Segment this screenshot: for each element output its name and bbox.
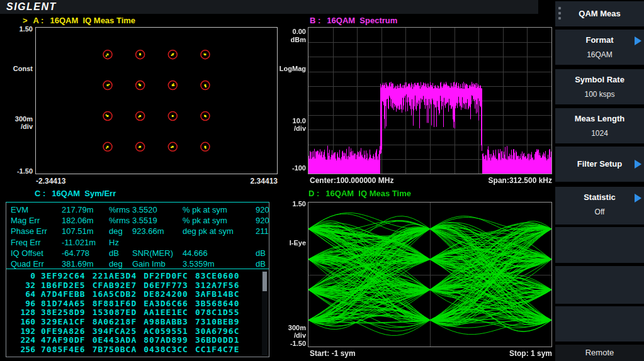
constellation-plot[interactable] <box>35 27 278 174</box>
hex-row: 9681D74A658F881F6DEA3D6C663B568640 <box>10 299 258 309</box>
sidebar-item-format[interactable]: Format16QAM <box>555 30 644 65</box>
metric-cell: IQ Offset <box>11 248 62 258</box>
hex-group: 16A5CDB2 <box>93 290 137 299</box>
hex-group: 81D74A65 <box>41 299 86 309</box>
eye-diagram-plot[interactable] <box>308 202 552 347</box>
hex-group: D6E7F773 <box>144 281 188 291</box>
metric-row: Mag Err182.06m%rms3.5519% pk at sym920 <box>11 215 266 226</box>
hex-group: 329EA1CF <box>41 318 86 327</box>
metric-cell: 920 <box>256 215 269 226</box>
b-y-min-label: -100 <box>273 164 306 172</box>
a-y-max-label: 1.50 <box>0 25 33 33</box>
hex-group: A98BABB3 <box>144 318 188 327</box>
hex-group: 3B568640 <box>195 299 240 309</box>
hex-offset: 0 <box>10 272 35 281</box>
hex-group: AA1EE1EC <box>144 308 188 318</box>
metric-cell: SNR(MER) <box>132 248 183 258</box>
symerr-panel[interactable]: EVM217.79m%rms3.5520% pk at sym920Mag Er… <box>6 202 269 357</box>
hex-offset: 224 <box>10 336 35 345</box>
hex-offset: 192 <box>10 327 35 336</box>
metric-cell <box>132 237 183 248</box>
b-scale-unit: /div <box>273 125 306 132</box>
a-scale-label: 300m <box>0 115 33 123</box>
hex-row: 12838E258D9153087EDAA1EE1EC078C1D55 <box>10 308 258 318</box>
sidebar-item-label: Meas Length <box>555 114 644 123</box>
hex-row: 64A7D4FEBB16A5CDB2DE8242003AFB14BC <box>10 290 258 299</box>
active-window-marker-icon: > <box>23 16 28 25</box>
metric-cell: 107.51m <box>62 226 109 236</box>
window-d-label: D : <box>308 189 319 198</box>
metric-row: Freq Err-11.021mHz <box>11 237 266 248</box>
d-start-label: Start: -1 sym <box>310 349 356 358</box>
metric-cell: Mag Err <box>11 215 62 226</box>
sidebar-item-label: Format <box>555 35 644 45</box>
spectrum-plot[interactable] <box>308 27 552 174</box>
sidebar-item-value: 100 ksps <box>555 90 644 99</box>
symerr-metrics: EVM217.79m%rms3.5520% pk at sym920Mag Er… <box>11 204 266 269</box>
hex-row: 03EF92C64221AE3D4DF2FD0FC83CE0600 <box>10 272 258 281</box>
a-y-min-label: -1.50 <box>0 167 33 175</box>
metric-cell: 211 <box>256 226 269 236</box>
a-trace-label: Const <box>0 65 33 72</box>
hex-scrollbar[interactable] <box>262 270 268 355</box>
metric-cell: 217.79m <box>62 204 109 215</box>
hex-group: 078C1D55 <box>195 308 240 318</box>
eye-diagram-canvas <box>308 203 551 347</box>
metric-cell: Quad Err <box>11 258 62 269</box>
metric-cell: 3.5520 <box>132 204 183 215</box>
hex-group: DF2FD0FC <box>144 272 188 281</box>
sidebar-item-filter-setup[interactable]: Filter Setup <box>555 147 644 182</box>
b-ref-level: 0.00 <box>273 28 306 35</box>
hex-group: 7085F4E6 <box>41 345 86 355</box>
hex-group: 7B750BCA <box>93 345 137 355</box>
sidebar-header-label: QAM Meas <box>555 9 644 18</box>
hex-scrollbar-thumb[interactable] <box>263 272 267 291</box>
hex-offset: 160 <box>10 318 35 327</box>
metric-cell: % pk at sym <box>183 215 256 226</box>
metric-cell: % pk at sym <box>183 204 256 215</box>
hex-group: 47AF90DF <box>41 336 86 345</box>
window-a-label: A : <box>33 16 44 25</box>
hex-group: A7D4FEBB <box>41 290 86 299</box>
sidebar-item-empty-7 <box>555 306 644 342</box>
window-b-title: 16QAM Spectrum <box>327 16 397 25</box>
window-a-header: >A :16QAM IQ Meas Time <box>23 16 135 25</box>
remote-bar[interactable]: Remote <box>555 345 644 361</box>
d-trace-label: I-Eye <box>273 239 306 247</box>
hex-offset: 128 <box>10 308 35 318</box>
hex-group: CFAB92E7 <box>93 281 137 291</box>
hex-offset: 256 <box>10 345 35 355</box>
metric-cell: 182.06m <box>62 215 109 226</box>
metric-cell: 920 <box>256 204 269 215</box>
hex-row: 2567085F4E67B750BCA0438C3CCCC1F4C7E <box>10 345 258 355</box>
metric-cell: dB <box>256 258 266 269</box>
screen: SIGLENT >A :16QAM IQ Meas Time 1.50 Cons… <box>0 0 644 361</box>
constellation-canvas <box>36 28 277 174</box>
metric-cell: %rms <box>109 204 132 215</box>
hex-group: EA3D6C66 <box>144 299 188 309</box>
sidebar-item-symbol-rate[interactable]: Symbol Rate100 ksps <box>555 69 644 104</box>
a-x-max-label: 2.34413 <box>245 177 278 186</box>
hex-group: CC1F4C7E <box>195 345 240 355</box>
metric-cell: 381.69m <box>62 258 109 269</box>
window-a-title: 16QAM IQ Meas Time <box>50 16 135 25</box>
hex-group: 8A06218F <box>93 318 137 327</box>
sidebar-item-meas-length[interactable]: Meas Length1024 <box>555 108 644 143</box>
hex-group: 0438C3CC <box>144 345 188 355</box>
submenu-arrow-icon <box>635 160 641 169</box>
hex-offset: 32 <box>10 281 35 291</box>
metric-cell: dB <box>256 248 266 258</box>
b-span-label: Span:312.500 kHz <box>458 176 552 185</box>
metric-cell: deg <box>109 258 132 269</box>
a-x-min-label: -2.34413 <box>36 177 65 186</box>
hex-group: 312A7F56 <box>195 281 240 291</box>
sidebar-item-statistic[interactable]: StatisticOff <box>555 187 644 225</box>
hex-group: 36BD0DD1 <box>195 336 240 345</box>
hex-group: 1B6FD2E5 <box>41 281 86 291</box>
window-c-title: 16QAM Sym/Err <box>52 189 116 198</box>
submenu-arrow-icon <box>635 36 641 45</box>
window-b-header: B :16QAM Spectrum <box>310 16 397 25</box>
window-d-title: 16QAM IQ Meas Time <box>325 189 411 198</box>
brand-logo: SIGLENT <box>6 1 57 13</box>
sidebar-header[interactable]: QAM Meas <box>555 1 644 26</box>
